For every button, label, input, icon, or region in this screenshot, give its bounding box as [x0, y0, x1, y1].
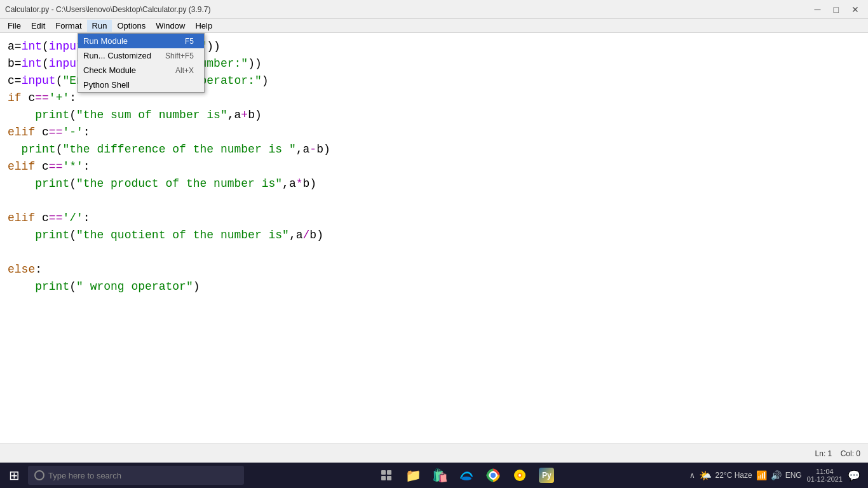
- system-tray-icons: ∧ 🌤️ 22°C Haze 📶 🔊 ENG: [689, 470, 802, 482]
- taskbar-search-bar[interactable]: [28, 466, 244, 485]
- status-ln: Ln: 1: [815, 449, 832, 458]
- edge-button[interactable]: [455, 464, 478, 487]
- svg-rect-3: [387, 476, 391, 480]
- menu-file[interactable]: File: [3, 20, 26, 32]
- chevron-up-icon[interactable]: ∧: [689, 471, 695, 480]
- window-title: Calculator.py - C:\Users\lenovo\Desktop\…: [5, 5, 210, 14]
- clock[interactable]: 11:04 01-12-2021: [807, 468, 843, 483]
- task-view-button[interactable]: [375, 464, 398, 487]
- code-line-13: [8, 244, 860, 261]
- svg-rect-1: [387, 470, 391, 475]
- menu-format[interactable]: Format: [50, 20, 86, 32]
- statusbar: Ln: 1 Col: 0: [0, 444, 868, 463]
- menubar: File Edit Format Run Options Window Help: [0, 19, 868, 33]
- code-line-7: print("the difference of the number is "…: [8, 141, 860, 158]
- file-explorer-button[interactable]: 📁: [402, 464, 424, 487]
- chrome-button[interactable]: [482, 464, 505, 487]
- code-editor[interactable]: a=int(input("Enter a number:")) b=int(in…: [0, 33, 868, 444]
- menu-run[interactable]: Run: [87, 20, 112, 32]
- window-controls: ─ □ ✕: [811, 4, 863, 15]
- taskbar: ⊞ 📁 🛍️: [0, 463, 868, 488]
- run-customized-label: Run... Customized: [83, 51, 151, 60]
- code-line-6: elif c=='-':: [8, 124, 860, 141]
- network-icon: 📶: [756, 470, 767, 480]
- code-line-12: print("the quotient of the number is",a/…: [8, 227, 860, 244]
- close-button[interactable]: ✕: [848, 4, 863, 15]
- code-line-9: print("the product of the number is",a*b…: [8, 175, 860, 193]
- start-button[interactable]: ⊞: [3, 464, 25, 487]
- notification-icon[interactable]: 💬: [848, 470, 860, 482]
- python-idle-button[interactable]: Py: [535, 464, 558, 487]
- status-col: Col: 0: [841, 449, 860, 458]
- code-line-8: elif c=='*':: [8, 158, 860, 175]
- windows-logo-icon: ⊞: [9, 468, 20, 483]
- lang-indicator[interactable]: ENG: [785, 471, 802, 480]
- search-input[interactable]: [48, 471, 226, 480]
- maximize-button[interactable]: □: [830, 4, 843, 15]
- svg-rect-0: [381, 470, 386, 475]
- system-tray: ∧ 🌤️ 22°C Haze 📶 🔊 ENG 11:04 01-12-2021 …: [689, 468, 865, 483]
- menu-window[interactable]: Window: [151, 20, 190, 32]
- run-module-item[interactable]: Run Module F5: [78, 34, 204, 48]
- search-icon: [34, 470, 44, 480]
- menu-options[interactable]: Options: [112, 20, 151, 32]
- python-shell-label: Python Shell: [83, 80, 130, 90]
- svg-point-10: [519, 474, 521, 477]
- check-module-item[interactable]: Check Module Alt+X: [78, 63, 204, 78]
- clock-date: 01-12-2021: [807, 475, 843, 483]
- code-line-5: print("the sum of number is",a+b): [8, 107, 860, 124]
- clock-time: 11:04: [816, 468, 834, 475]
- run-customized-item[interactable]: Run... Customized Shift+F5: [78, 48, 204, 63]
- weather-icon: 🌤️: [699, 470, 712, 482]
- code-line-14: else:: [8, 261, 860, 278]
- speaker-icon: 🔊: [771, 470, 782, 480]
- code-line-11: elif c=='/':: [8, 210, 860, 227]
- run-module-shortcut: F5: [185, 37, 194, 46]
- weather-text: 22°C Haze: [715, 471, 752, 480]
- check-module-shortcut: Alt+X: [175, 66, 194, 75]
- taskbar-center-icons: 📁 🛍️: [247, 464, 687, 487]
- code-line-15: print(" wrong operator"): [8, 278, 860, 295]
- store-button[interactable]: 🛍️: [428, 464, 451, 487]
- chrome-canary-button[interactable]: [508, 464, 531, 487]
- minimize-button[interactable]: ─: [811, 4, 825, 15]
- menu-edit[interactable]: Edit: [26, 20, 50, 32]
- run-module-label: Run Module: [83, 36, 128, 46]
- svg-rect-2: [381, 476, 386, 480]
- code-line-10: [8, 193, 860, 210]
- svg-point-7: [491, 473, 495, 477]
- run-customized-shortcut: Shift+F5: [165, 51, 194, 60]
- python-shell-item[interactable]: Python Shell: [78, 78, 204, 92]
- menu-help[interactable]: Help: [190, 20, 217, 32]
- check-module-label: Check Module: [83, 65, 136, 75]
- status-ln-col: Ln: 1 Col: 0: [815, 449, 860, 458]
- svg-point-4: [461, 477, 471, 480]
- python-icon: Py: [539, 468, 554, 483]
- run-dropdown-menu: Run Module F5 Run... Customized Shift+F5…: [78, 33, 205, 93]
- titlebar: Calculator.py - C:\Users\lenovo\Desktop\…: [0, 0, 868, 19]
